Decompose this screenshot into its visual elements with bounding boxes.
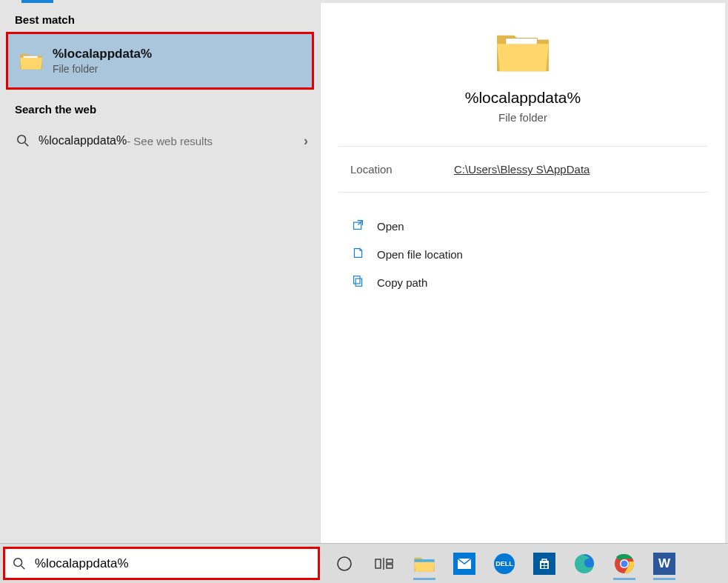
folder-icon <box>494 27 552 76</box>
search-results-pane: Best match %localappdata% File folder Se… <box>0 3 320 544</box>
taskbar-dell[interactable]: DELL <box>486 546 523 582</box>
svg-rect-4 <box>353 276 360 283</box>
copy-icon <box>350 275 365 290</box>
taskbar-word[interactable]: W <box>646 546 683 582</box>
open-location-icon <box>350 247 365 262</box>
start-search-box[interactable] <box>3 547 320 580</box>
taskbar: DELL <box>320 544 728 583</box>
preview-title: %localappdata% <box>321 89 725 107</box>
web-result-text: %localappdata% <box>39 134 127 147</box>
svg-line-6 <box>21 565 25 569</box>
svg-point-7 <box>338 557 351 570</box>
search-web-header: Search the web <box>0 90 320 121</box>
svg-rect-10 <box>387 559 393 563</box>
search-icon <box>16 134 30 147</box>
best-match-title: %localappdata% <box>53 47 152 61</box>
folder-icon <box>19 50 44 71</box>
web-result-suffix: - See web results <box>127 135 213 147</box>
location-label: Location <box>350 163 454 176</box>
divider <box>338 146 707 147</box>
open-label: Open <box>377 220 404 233</box>
divider <box>338 192 707 193</box>
search-input[interactable] <box>33 556 318 572</box>
open-file-location-action[interactable]: Open file location <box>321 240 725 268</box>
svg-rect-8 <box>375 559 381 568</box>
svg-rect-14 <box>541 563 544 565</box>
taskbar-file-explorer[interactable] <box>406 546 443 582</box>
best-match-result[interactable]: %localappdata% File folder <box>6 32 314 90</box>
preview-pane: %localappdata% File folder Location C:\U… <box>320 3 725 544</box>
taskbar-mail[interactable] <box>446 546 483 582</box>
taskbar-task-view[interactable] <box>366 546 403 582</box>
search-icon <box>13 557 26 570</box>
svg-rect-17 <box>545 566 548 568</box>
web-search-result[interactable]: %localappdata% - See web results › <box>0 124 320 157</box>
svg-point-5 <box>14 558 22 566</box>
open-icon <box>350 219 365 234</box>
preview-subtitle: File folder <box>321 111 725 124</box>
copy-path-action[interactable]: Copy path <box>321 268 725 296</box>
svg-line-1 <box>25 143 29 147</box>
copy-path-label: Copy path <box>377 276 427 289</box>
chevron-right-icon: › <box>304 133 308 149</box>
best-match-header: Best match <box>0 3 320 32</box>
taskbar-cortana[interactable] <box>326 546 363 582</box>
svg-rect-16 <box>541 566 544 568</box>
taskbar-chrome[interactable] <box>606 546 643 582</box>
svg-point-21 <box>621 560 628 567</box>
open-location-label: Open file location <box>377 248 463 261</box>
svg-rect-11 <box>387 564 393 568</box>
location-link[interactable]: C:\Users\Blessy S\AppData <box>454 163 590 176</box>
svg-rect-15 <box>545 563 548 565</box>
best-match-subtitle: File folder <box>53 63 152 75</box>
best-match-text: %localappdata% File folder <box>53 47 152 75</box>
open-action[interactable]: Open <box>321 212 725 240</box>
svg-rect-3 <box>355 279 362 286</box>
taskbar-edge[interactable] <box>566 546 603 582</box>
svg-point-0 <box>18 136 26 144</box>
taskbar-store[interactable] <box>526 546 563 582</box>
